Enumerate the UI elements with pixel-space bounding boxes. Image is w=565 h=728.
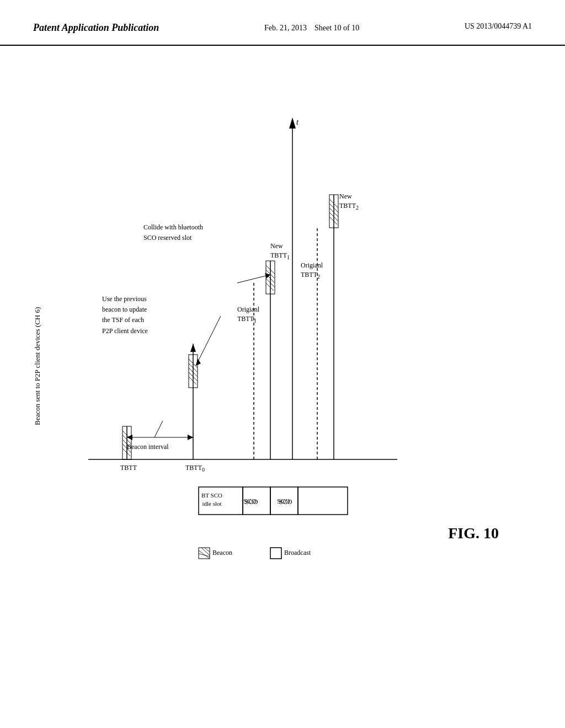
tbtt-label: TBTT xyxy=(120,464,137,472)
svg-text:t: t xyxy=(296,118,299,126)
collide-label: Collide with bluetooth SCO reserved slot xyxy=(143,222,203,243)
figure-number: FIG. 10 xyxy=(448,524,499,542)
svg-rect-49 xyxy=(199,548,210,559)
new-tbtt1-label: New TBTT1 xyxy=(270,242,290,261)
svg-line-52 xyxy=(201,548,210,555)
sco2-label: SCO xyxy=(279,498,292,506)
use-previous-label: Use the previous beacon to update the TS… xyxy=(102,294,148,336)
patent-number: US 2013/0044739 A1 xyxy=(465,22,532,31)
beacon-legend-label: Beacon xyxy=(212,549,232,557)
new-tbtt2-label: New TBTT2 xyxy=(339,192,359,212)
svg-line-50 xyxy=(199,550,210,559)
tbtt0-label: TBTT0 xyxy=(185,464,205,473)
header-date-sheet: Feb. 21, 2013 Sheet 10 of 10 xyxy=(264,22,359,34)
broadcast-legend-label: Broadcast xyxy=(284,549,311,557)
sco1-label: SCO xyxy=(245,498,258,506)
page: Patent Application Publication Feb. 21, … xyxy=(0,0,565,728)
original-tbtt2-label: Origianl TBTT2 xyxy=(301,261,323,281)
svg-marker-38 xyxy=(190,344,196,352)
svg-line-41 xyxy=(237,275,270,283)
page-header: Patent Application Publication Feb. 21, … xyxy=(0,0,565,46)
svg-marker-2 xyxy=(289,117,296,129)
svg-marker-40 xyxy=(196,358,201,366)
svg-marker-11 xyxy=(188,435,193,440)
diagram-area: t xyxy=(0,46,565,680)
bt-sco-idle-label: BT SCO idle slot xyxy=(201,491,222,508)
beacon-interval-label: Beacon interval xyxy=(127,443,169,451)
svg-line-36 xyxy=(329,217,337,224)
beacon-sent-label: Beacon sent to P2P client devices (CH 6) xyxy=(33,307,42,425)
svg-line-30 xyxy=(266,283,274,291)
original-tbtt1-label: Origianl TBTT1 xyxy=(237,305,259,325)
publication-title: Patent Application Publication xyxy=(33,22,159,34)
svg-line-24 xyxy=(189,377,196,384)
svg-line-55 xyxy=(154,421,163,437)
svg-line-39 xyxy=(196,316,221,366)
diagram-svg: t xyxy=(0,46,565,680)
svg-rect-54 xyxy=(270,548,281,559)
svg-rect-46 xyxy=(298,487,348,515)
svg-line-51 xyxy=(199,554,210,556)
